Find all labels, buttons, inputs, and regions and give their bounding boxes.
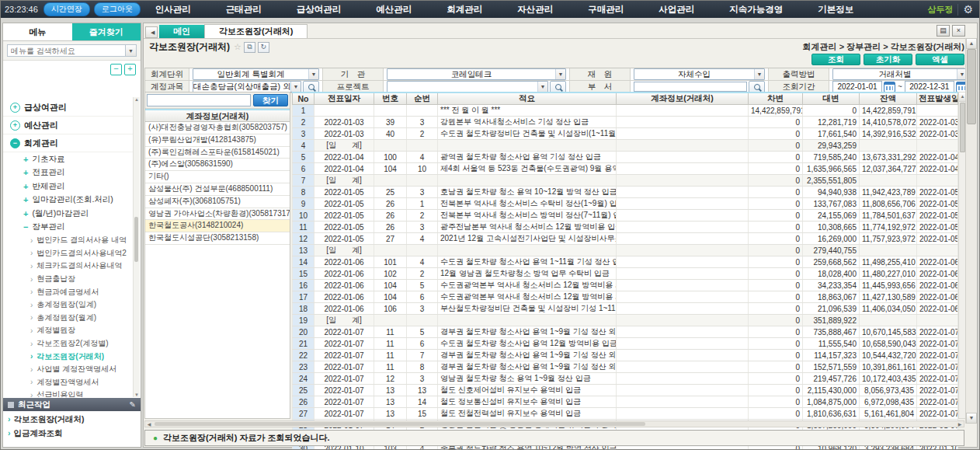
sidebar-item[interactable]: +일마감관리(조회.처리) <box>3 194 134 208</box>
grid-row[interactable]: 112022-01-05263광주전남본부 역사내 청소서비스 12월 방역비용… <box>293 222 958 233</box>
calendar-icon[interactable] <box>884 82 895 92</box>
grid-row[interactable]: 202022-01-07115경부권 철도차량 청소사업 용역 1~9월 기성 … <box>293 326 958 338</box>
filter-select[interactable]: 대손충당금(외상매출금) 외상매출금▼ <box>193 81 301 92</box>
sidebar-item[interactable]: ›선급비용입력 <box>3 389 134 397</box>
grid-row[interactable]: 142022-01-061014수도권 철도차량 청소사업 용역 1~11월 기… <box>293 256 958 268</box>
sidebar-item[interactable]: ›현금출납장 <box>3 273 134 286</box>
filter-select[interactable]: 거래처별▼ <box>832 68 968 80</box>
grid-row[interactable]: 222022-01-07117경부권 철도차량 청소사업 용역 1~9월 기성 … <box>293 350 958 361</box>
sidebar-item[interactable]: ›계정별잔액명세서 <box>3 376 134 389</box>
refresh-icon[interactable]: ↻ <box>258 42 269 53</box>
tab-main[interactable]: 메인 <box>159 25 204 38</box>
grid-row[interactable]: 262022-01-071314철도 정보통신설비 유지보수 용역비 입금01,… <box>293 396 958 408</box>
filter-select[interactable]: 일반회계 특별회계▼ <box>193 68 319 80</box>
grid-row[interactable]: 7[일 계]02,355,551,805 <box>293 175 958 187</box>
sidebar-item[interactable]: ›총계정원장(월계) <box>3 312 134 325</box>
scroll-left-icon[interactable]: ◀ <box>145 421 153 427</box>
grid-row[interactable]: 272022-01-071315철도 전철전력설비 유지보수 용역비 입금01,… <box>293 408 958 420</box>
grid-row[interactable]: 162022-01-061045수도권광역본부 역사내 청소서비스 12월 방역… <box>293 280 958 291</box>
grid-col-header[interactable]: 계좌정보(거래처) <box>617 92 749 105</box>
scrollbar-thumb[interactable] <box>134 217 138 262</box>
account-list-item[interactable]: 삼성물산(주) 건설부문(4688500111) <box>145 183 290 196</box>
dropdown-icon[interactable]: ▼ <box>125 44 137 57</box>
recent-item[interactable]: ›입금계좌조회 <box>3 425 141 439</box>
topbar-menu-item[interactable]: 인사관리 <box>155 4 191 16</box>
expand-all-button[interactable]: + <box>124 64 136 75</box>
grid-row[interactable]: 4[일 계]029,943,259 <box>293 140 958 152</box>
sidebar-item[interactable]: ›총계정원장(일계) <box>3 298 134 312</box>
grid-row[interactable]: 212022-01-07116수도권 철도차량 청소사업 용역 12월 방역비용… <box>293 338 958 350</box>
grid-col-header[interactable]: 적요 <box>438 92 617 105</box>
topbar-menu-item[interactable]: 지속가능경영 <box>729 4 783 16</box>
find-button[interactable]: 찾기 <box>253 94 288 106</box>
grid-row[interactable]: 22022-01-03393강원본부 역사내청소서비스 기성 정산 입금012,… <box>293 117 958 128</box>
topbar-menu-item[interactable]: 회계관리 <box>447 4 482 16</box>
grid-row[interactable]: 52022-01-041004광역권 철도차량 청소사업 용역 기성 정산 입금… <box>293 152 958 163</box>
main-scrollbar[interactable]: ▲ ▼ <box>965 38 977 424</box>
gear-icon[interactable]: ⚙ <box>963 3 973 16</box>
extend-session-button[interactable]: 시간연장 <box>43 2 90 16</box>
grid-row[interactable]: 13[일 계]0279,440,755 <box>293 245 958 256</box>
filter-input[interactable] <box>634 82 747 92</box>
reset-button[interactable]: 초기화 <box>864 54 912 65</box>
filter-select[interactable]: 자체수입▼ <box>634 68 765 80</box>
scroll-right-icon[interactable]: ▶ <box>956 421 964 427</box>
grid-row[interactable]: 82022-01-05253호남권 철도차량 청소 용역 10~12월 방역 정… <box>293 187 958 198</box>
grid-col-header[interactable]: 전표일자 <box>315 92 374 105</box>
topbar-menu-item[interactable]: 기본정보 <box>818 4 853 16</box>
grid-row[interactable]: 252022-01-071313철도 신호제어설비 유지보수 용역비 입금02,… <box>293 385 958 396</box>
tab-back-button[interactable]: ◀ <box>145 26 158 38</box>
sidebar-item[interactable]: −장부관리 <box>3 221 134 235</box>
sidebar-item[interactable]: +기초자료 <box>3 152 134 166</box>
sidebar-item[interactable]: +예산관리 <box>3 117 134 134</box>
sidebar-item[interactable]: +(월/년)마감관리 <box>3 207 134 221</box>
window-menu-button[interactable]: ▤ <box>937 25 950 37</box>
sidebar-item[interactable]: +반제관리 <box>3 180 134 194</box>
checkbox-icon[interactable] <box>8 402 14 408</box>
account-list-item[interactable]: (주)에스알(3058631590) <box>145 159 290 171</box>
horizontal-scrollbar[interactable]: ◀ ▶ <box>144 420 964 427</box>
star-icon[interactable]: ☆ <box>234 42 242 52</box>
scrollbar-thumb[interactable] <box>967 49 976 124</box>
grid-col-header[interactable]: 차변 <box>749 92 803 105</box>
date-from-input[interactable]: 2022-01-01 <box>832 81 882 92</box>
sidebar-item[interactable]: ›계정별원장 <box>3 324 134 337</box>
topbar-menu-item[interactable]: 급상여관리 <box>297 4 342 16</box>
account-list-item[interactable]: 한국철도시설공단(3058213158) <box>145 232 290 245</box>
grid-col-header[interactable]: 전표발생일자 <box>917 92 958 105</box>
topbar-menu-item[interactable]: 구매관리 <box>588 4 624 16</box>
account-list-item[interactable]: (주)록인김해레스포타운(6158145021) <box>145 147 290 159</box>
topbar-menu-item[interactable]: 예산관리 <box>376 4 412 16</box>
grid-row[interactable]: 92022-01-05261전북본부 역사내 청소서비스 수탁비 정산(1~9월… <box>293 198 958 210</box>
account-list-item[interactable]: (유)무림산업개발(4128143875) <box>145 134 290 147</box>
sidebar-item[interactable]: ›각보조원장(거래처) <box>3 350 134 363</box>
sidebar-item[interactable]: +급상여관리 <box>3 99 134 117</box>
scroll-up-icon[interactable]: ▲ <box>966 38 977 49</box>
account-list-item[interactable]: 기타() <box>145 171 290 183</box>
account-list-item[interactable]: (사)대전충남경영자총협회(3058203757) <box>145 122 290 134</box>
grid-row[interactable]: 232022-01-07118경부권 철도차량 청소사업 용역 1~9월 기성 … <box>293 361 958 373</box>
account-list-item[interactable]: 한국철도공사(3148210024) <box>145 220 290 232</box>
grid-col-header[interactable]: 순번 <box>407 92 438 105</box>
sidebar-item[interactable]: ›법인카드 결의서사용 내역 <box>3 234 134 247</box>
grid-row[interactable]: 62022-01-0410410제4회 서울역 등 523동 건축물(수도권광역… <box>293 163 958 175</box>
grid-col-header[interactable]: 번호 <box>374 92 407 105</box>
tab-menu[interactable]: 메뉴 <box>3 23 72 40</box>
eraser-icon[interactable]: ✎ <box>130 400 136 409</box>
grid-row[interactable]: 152022-01-06102212월 영남권 철도차량청소 방역 업무 수탁비… <box>293 268 958 280</box>
scrollbar-thumb[interactable] <box>155 422 645 426</box>
grid-row[interactable]: 19[일 계]0351,889,922 <box>293 315 958 326</box>
topbar-menu-item[interactable]: 근태관리 <box>226 4 262 16</box>
tree-scrollbar[interactable]: ▲ ▼ <box>133 97 140 397</box>
grid-row[interactable]: 182022-01-061063부산철도차량정비단 건축물 및 시설장비 기성 … <box>293 303 958 315</box>
topbar-menu-item[interactable]: 자산관리 <box>517 4 553 16</box>
sidebar-item[interactable]: +전표관리 <box>3 166 134 180</box>
menu-search-input[interactable] <box>7 44 125 57</box>
tab-current[interactable]: 각보조원장(거래처) <box>204 24 308 38</box>
grid-row[interactable]: 242022-01-07123영남권 철도차량 청소 용역 1~9월 정산 입금… <box>293 373 958 385</box>
filter-select[interactable]: 코레일테크▼ <box>387 68 566 80</box>
date-to-input[interactable]: 2022-12-31 <box>905 81 954 92</box>
sidebar-item[interactable]: ›각보조원장2(계정별) <box>3 337 134 351</box>
grid-row[interactable]: 32022-01-03402수도권 철도차량정비단 건축물 및 시설장비(1~1… <box>293 128 958 140</box>
scroll-down-icon[interactable]: ▼ <box>966 413 977 424</box>
